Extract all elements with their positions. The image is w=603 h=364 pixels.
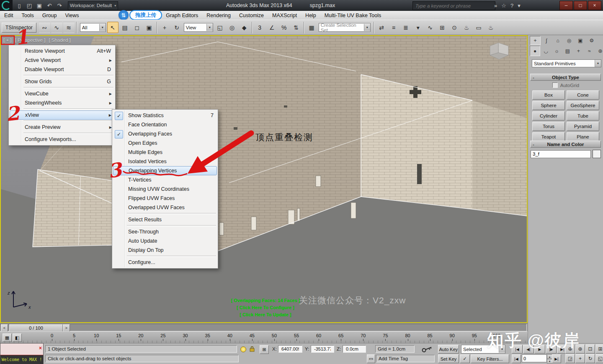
menu-item[interactable]: ✓ ▶ [23,120,113,122]
workspace-dropdown[interactable]: Workspace: Default ▾ [68,1,118,10]
absolute-mode-toggle-icon[interactable]: ⊞ [260,345,269,354]
motion-tab-icon[interactable]: ◎ [564,36,575,45]
x-coordinate-input[interactable] [281,346,300,352]
menu-item-show-grids[interactable]: ✓ Show Grids G ▶ [10,77,114,86]
show-keys-toggle-icon[interactable]: ◧ [13,333,22,342]
primitive-button[interactable]: GeoSphere [567,101,599,110]
key-filters-button[interactable]: Key Filters... [471,354,509,363]
object-type-rollout[interactable]: - Object Type [530,74,601,81]
percent-snap-icon[interactable]: % [278,22,290,33]
menu-rendering[interactable]: Rendering [202,11,235,20]
welcome-mini-window[interactable]: × Welcome to MAX ! [0,343,44,364]
menu-views[interactable]: Views [61,11,83,20]
previous-frame-arrow[interactable]: < [1,324,8,332]
favorites-star-icon[interactable]: ☆ [501,3,506,9]
reference-coordinate-dropdown[interactable]: View ▾ [184,23,213,32]
primitive-button[interactable]: Pyramid [567,122,599,131]
menu-item-steeringwheels[interactable]: ✓ SteeringWheels ▶ [10,98,114,108]
previous-key-button[interactable]: |◀ [512,354,521,363]
screenshot-overlay-button[interactable]: ⇅ 拖搜上传 [119,10,162,20]
create-tab-icon[interactable]: + [530,36,541,45]
schematic-view-icon[interactable]: ⊞ [437,22,448,33]
cameras-category-icon[interactable]: ▤ [562,46,573,56]
align-icon[interactable]: ≡ [388,22,399,33]
menu-item[interactable]: ✓ ▶ [23,108,113,110]
primitive-button[interactable]: Torus [532,122,565,131]
primitives-dropdown[interactable]: Standard Primitives ▾ [532,59,601,67]
ribbon-toggle-icon[interactable]: ▾ [412,22,424,33]
menu-item-xview[interactable]: ✓ xView ▶ [10,110,114,120]
menu-item-active-viewport[interactable]: ✓ Active Viewport ▶ [10,56,114,65]
menu-item-display-on-top[interactable]: ✓ Display On Top ▶ [113,246,217,255]
layer-manager-icon[interactable]: ≣ [400,22,412,33]
menu-item-flipped-uvw-faces[interactable]: ✓ Flipped UVW Faces ▶ [113,194,217,203]
zoom-region-icon[interactable]: ◲ [565,354,575,363]
tsinspector-curves-icon[interactable]: ∿ [51,22,62,33]
dropdown-arrow-icon[interactable]: ▾ [364,24,370,31]
save-file-icon[interactable]: ▣ [35,1,44,10]
dropdown-arrow-icon[interactable]: ▾ [595,60,601,67]
lights-category-icon[interactable]: ☼ [551,46,562,56]
select-and-rotate-icon[interactable]: ↻ [171,22,183,33]
menu-item-show-statistics[interactable]: ✓ Show Statistics 7 ▶ [113,111,217,120]
spacewarps-category-icon[interactable]: ≈ [584,46,595,56]
primitive-button[interactable]: Cylinder [532,111,565,120]
upload-cloud-icon[interactable]: ⇅ [119,10,129,20]
upload-button-label[interactable]: 拖搜上传 [129,10,162,20]
new-scene-icon[interactable]: ▯ [15,1,24,10]
menu-item[interactable]: ✓ ▶ [127,213,216,214]
display-tab-icon[interactable]: ▣ [575,36,586,45]
menu-graph-editors[interactable]: Graph Editors [162,11,202,20]
object-color-swatch[interactable] [593,150,601,158]
menu-item-overlapping-vertices[interactable]: ✓ Overlapping Vertices ▶ [113,166,217,175]
track-bar[interactable]: ▦ ◧ 051015202530354045505560657075808590… [0,331,528,343]
viewport-shading-menu[interactable]: [ Shaded ] [49,38,70,43]
render-setup-icon[interactable]: ♨ [461,22,472,33]
help-menu-arrow-icon[interactable]: ▾ [518,3,521,9]
mirror-icon[interactable]: ⇄ [376,22,387,33]
snaps-toggle-icon[interactable]: 3 [254,22,265,33]
select-and-manipulate-icon[interactable]: ◆ [239,22,250,33]
primitive-button[interactable]: Teapot [532,132,565,141]
help-search-input[interactable] [415,3,493,9]
time-slider-track[interactable] [0,324,527,331]
menu-multi-tile-uv-bake-tools[interactable]: Multi-Tile UV Bake Tools [320,11,385,20]
redo-icon[interactable]: ↷ [55,1,64,10]
menu-item-disable-viewport[interactable]: ✓ Disable Viewport D ▶ [10,65,114,74]
dropdown-arrow-icon[interactable]: ▾ [206,24,213,31]
menu-item-see-through[interactable]: ✓ See-Through ▶ [113,227,217,236]
spinner-snap-icon[interactable]: ⇅ [291,22,302,33]
named-selection-set-combo[interactable]: Create Selection Set ▾ [319,23,371,32]
rendered-frame-icon[interactable]: ▭ [473,22,484,33]
app-logo-icon[interactable] [0,0,13,11]
menu-item-overlapping-faces[interactable]: ✓ Overlapping Faces ▶ [113,129,217,138]
open-file-icon[interactable]: ◰ [25,1,34,10]
modify-tab-icon[interactable]: ∫ [541,36,552,45]
menu-item-face-orientation[interactable]: ✓ Face Orientation ▶ [113,120,217,129]
menu-edit[interactable]: Edit [0,11,18,20]
menu-item[interactable]: ✓ ▶ [127,225,216,226]
menu-help[interactable]: Help [301,11,320,20]
tsinspector-button[interactable]: TSInspector [2,23,36,33]
primitive-button[interactable]: Tube [567,111,599,120]
time-slider-handle[interactable]: 0 / 100 [9,324,63,332]
orbit-icon[interactable]: ↻ [585,354,595,363]
menu-item-isolated-vertices[interactable]: ✓ Isolated Vertices ▶ [113,157,217,166]
next-frame-arrow[interactable]: > [63,324,70,332]
menu-item[interactable]: ✓ ▶ [23,75,113,76]
undo-icon[interactable]: ↶ [45,1,54,10]
dropdown-arrow-icon[interactable]: ▾ [99,24,106,31]
menu-item-overlapped-uvw-faces[interactable]: ✓ Overlapped UVW Faces ▶ [113,203,217,212]
menu-customize[interactable]: Customize [235,11,268,20]
geometry-category-icon[interactable]: ● [530,46,540,56]
menu-item[interactable]: ✓ ▶ [23,133,113,134]
name-color-rollout[interactable]: - Name and Color [530,141,601,148]
zoom-extents-all-icon[interactable]: ⊞ [595,344,603,354]
menu-item-select-results[interactable]: ✓ Select Results ▶ [113,215,217,224]
auto-key-button[interactable]: Auto Key [438,345,459,354]
menu-tools[interactable]: Tools [18,11,38,20]
menu-maxscript[interactable]: MAXScript [268,11,301,20]
set-key-button[interactable]: Set Key [438,354,459,363]
current-frame-input[interactable] [522,354,547,362]
menu-item-t-vertices[interactable]: ✓ T-Vertices ▶ [113,175,217,185]
